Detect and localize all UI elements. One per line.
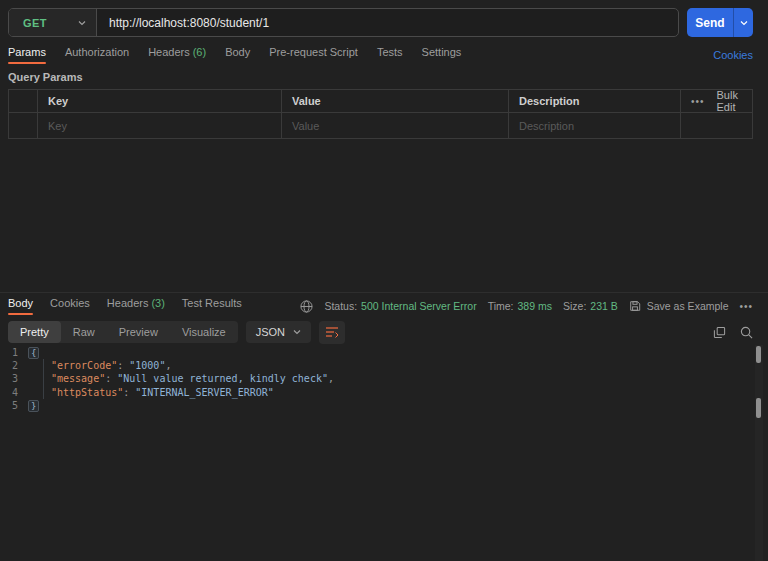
token-string: "INTERNAL_SERVER_ERROR" (135, 387, 273, 398)
response-tab-headers-count: (3) (151, 297, 164, 309)
save-as-example-label: Save as Example (647, 300, 729, 312)
line-number: 3 (0, 372, 27, 385)
language-select-value: JSON (256, 326, 285, 338)
tab-body[interactable]: Body (225, 46, 250, 64)
chevron-down-icon (293, 328, 301, 336)
time-label: Time: (488, 300, 514, 312)
token-string: "1000" (129, 360, 165, 371)
response-meta: Status: 500 Internal Server Error Time: … (300, 300, 753, 313)
query-params-table: Key Value Description ••• Bulk Edit Key … (8, 89, 753, 139)
size-value: 231 B (590, 300, 617, 312)
search-icon[interactable] (740, 326, 753, 339)
query-params-title: Query Params (8, 71, 83, 83)
query-params-empty-row: Key Value Description (9, 113, 752, 138)
status-label: Status: (324, 300, 357, 312)
view-visualize[interactable]: Visualize (170, 321, 238, 343)
send-button-label: Send (687, 8, 733, 37)
response-tabs: Body Cookies Headers(3) Test Results (8, 297, 242, 315)
token-punc: : (123, 387, 135, 398)
scrollbar-track (755, 345, 763, 561)
size-indicator: Size: 231 B (563, 300, 618, 312)
query-params-header-row: Key Value Description ••• Bulk Edit (9, 90, 752, 113)
view-bar-right (713, 326, 753, 339)
view-raw[interactable]: Raw (61, 321, 107, 343)
view-preview[interactable]: Preview (107, 321, 170, 343)
request-tabs: Params Authorization Headers(6) Body Pre… (8, 44, 753, 65)
save-icon (629, 300, 641, 312)
network-globe-icon[interactable] (300, 300, 313, 313)
tab-headers-count: (6) (193, 46, 206, 58)
line-number: 4 (0, 386, 27, 399)
response-tab-headers-label: Headers (107, 297, 149, 309)
tab-pre-request-script[interactable]: Pre-request Script (269, 46, 358, 64)
language-select[interactable]: JSON (246, 321, 311, 343)
indent-guide (43, 359, 44, 399)
line-number: 1 (0, 346, 27, 359)
column-header-value: Value (282, 90, 509, 112)
token-string: "Null value returned, kindly check" (117, 373, 328, 384)
beautify-icon (325, 326, 339, 338)
copy-icon[interactable] (713, 326, 726, 339)
code-line: 3"message": "Null value returned, kindly… (0, 372, 752, 385)
view-pretty[interactable]: Pretty (8, 321, 61, 343)
code-line: 1{ (0, 346, 752, 359)
key-input[interactable]: Key (38, 113, 282, 138)
response-body-editor[interactable]: 1{2"errorCode": "1000",3"message": "Null… (0, 346, 752, 412)
line-content: } (27, 399, 39, 412)
params-more-icon[interactable]: ••• (691, 96, 705, 107)
line-number: 2 (0, 359, 27, 372)
scrollbar-thumb-outer[interactable] (756, 346, 761, 363)
tab-tests[interactable]: Tests (377, 46, 403, 64)
response-tab-cookies[interactable]: Cookies (50, 297, 90, 315)
token-punc: : (105, 373, 117, 384)
time-value: 389 ms (518, 300, 552, 312)
tab-headers-label: Headers (148, 46, 190, 58)
tab-authorization[interactable]: Authorization (65, 46, 129, 64)
column-header-key: Key (38, 90, 282, 112)
response-tab-headers[interactable]: Headers(3) (107, 297, 165, 315)
response-more-icon[interactable]: ••• (739, 301, 753, 312)
url-box: GET (8, 8, 679, 37)
response-tab-body[interactable]: Body (8, 297, 33, 315)
method-label: GET (23, 17, 47, 29)
status-indicator: Status: 500 Internal Server Error (324, 300, 476, 312)
request-tabs-list: Params Authorization Headers(6) Body Pre… (8, 46, 461, 64)
chevron-down-icon (78, 19, 86, 27)
save-as-example-button[interactable]: Save as Example (629, 300, 729, 312)
beautify-button[interactable] (319, 321, 345, 344)
code-line: 2"errorCode": "1000", (0, 359, 752, 372)
method-select[interactable]: GET (9, 9, 97, 36)
row-actions-cell (681, 113, 752, 138)
tab-settings[interactable]: Settings (422, 46, 462, 64)
code-line: 4"httpStatus": "INTERNAL_SERVER_ERROR" (0, 386, 752, 399)
line-number: 5 (0, 399, 27, 412)
column-header-description: Description (509, 90, 681, 112)
token-punc: , (165, 360, 171, 371)
send-button[interactable]: Send (687, 8, 753, 37)
token-brace: } (28, 400, 39, 412)
code-line: 5} (0, 399, 752, 412)
scrollbar-thumb-inner[interactable] (756, 398, 761, 418)
send-options-caret[interactable] (733, 8, 753, 37)
tab-params[interactable]: Params (8, 46, 46, 64)
bulk-edit-button[interactable]: Bulk Edit (717, 90, 742, 112)
status-value: 500 Internal Server Error (361, 300, 477, 312)
description-input[interactable]: Description (509, 113, 681, 138)
params-header-actions: ••• Bulk Edit (681, 90, 752, 112)
token-punc: , (328, 373, 334, 384)
response-header: Body Cookies Headers(3) Test Results Sta… (0, 292, 768, 315)
line-content: "httpStatus": "INTERNAL_SERVER_ERROR" (27, 386, 274, 399)
token-key: "httpStatus" (51, 387, 123, 398)
tab-headers[interactable]: Headers(6) (148, 46, 206, 64)
view-mode-segments: Pretty Raw Preview Visualize (8, 321, 238, 343)
response-tab-test-results[interactable]: Test Results (182, 297, 242, 315)
line-content: { (27, 346, 39, 359)
value-input[interactable]: Value (282, 113, 509, 138)
token-brace: { (28, 347, 39, 359)
code-lines: 1{2"errorCode": "1000",3"message": "Null… (0, 346, 752, 412)
url-input[interactable] (97, 9, 678, 36)
line-content: "errorCode": "1000", (27, 359, 171, 372)
cookies-link[interactable]: Cookies (713, 49, 753, 61)
postman-app: GET Send Params Authorization Headers(6)… (0, 0, 768, 561)
response-view-bar: Pretty Raw Preview Visualize JSON (8, 320, 753, 344)
